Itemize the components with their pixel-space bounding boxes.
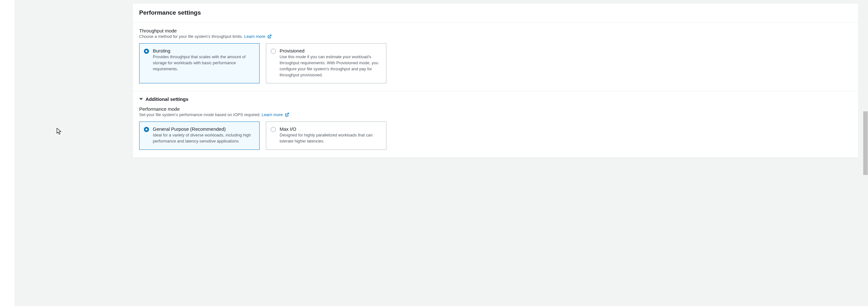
performance-option-general-purpose[interactable]: General Purpose (Recommended) Ideal for … (139, 121, 259, 150)
tile-title: Provisioned (280, 48, 381, 53)
performance-help: Set your file system's performance mode … (139, 112, 852, 118)
card-title: Performance settings (139, 9, 852, 16)
additional-section: Additional settings Performance mode Set… (133, 91, 858, 158)
performance-settings-card: Performance settings Throughput mode Cho… (132, 3, 859, 158)
throughput-tile-row: Bursting Provides throughput that scales… (139, 43, 852, 83)
external-link-icon (285, 113, 289, 118)
tile-title: Bursting (153, 48, 254, 53)
radio-icon (144, 127, 149, 132)
tile-desc: Provides throughput that scales with the… (153, 54, 254, 72)
performance-tile-row: General Purpose (Recommended) Ideal for … (139, 121, 852, 150)
card-header: Performance settings (133, 3, 858, 23)
tile-desc: Designed for highly parallelized workloa… (280, 132, 381, 144)
tile-desc: Ideal for a variety of diverse workloads… (153, 132, 254, 144)
throughput-option-bursting[interactable]: Bursting Provides throughput that scales… (139, 43, 259, 83)
caret-down-icon (139, 98, 143, 100)
tile-title: Max I/O (280, 126, 381, 132)
throughput-help: Choose a method for your file system's t… (139, 34, 852, 39)
throughput-option-provisioned[interactable]: Provisioned Use this mode if you can est… (266, 43, 386, 83)
tile-title: General Purpose (Recommended) (153, 126, 254, 132)
additional-settings-expander[interactable]: Additional settings (139, 96, 852, 102)
radio-icon (271, 127, 276, 132)
sidebar-spacer (0, 0, 15, 306)
throughput-label: Throughput mode (139, 28, 852, 33)
external-link-icon (268, 34, 272, 39)
throughput-section: Throughput mode Choose a method for your… (133, 23, 858, 91)
radio-icon (271, 49, 276, 54)
tile-desc: Use this mode if you can estimate your w… (280, 54, 381, 78)
throughput-learn-more-link[interactable]: Learn more (244, 34, 272, 39)
expander-label: Additional settings (146, 96, 188, 102)
scrollbar-track[interactable] (863, 0, 868, 306)
radio-icon (144, 49, 149, 54)
performance-learn-more-link[interactable]: Learn more (261, 112, 289, 117)
performance-option-max-io[interactable]: Max I/O Designed for highly parallelized… (266, 121, 386, 150)
performance-label: Performance mode (139, 106, 852, 112)
scrollbar-thumb[interactable] (863, 111, 868, 175)
content-area: Performance settings Throughput mode Cho… (15, 0, 868, 306)
